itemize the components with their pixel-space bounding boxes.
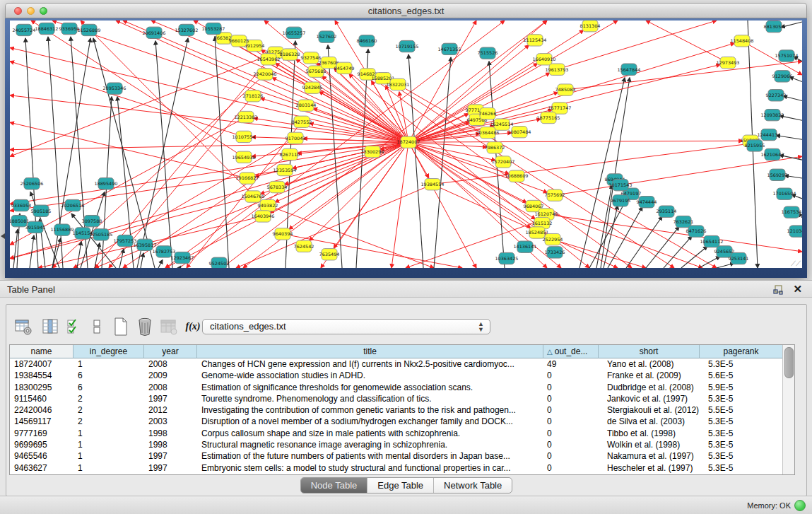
graph-node[interactable]: 1733426 — [545, 247, 565, 258]
graph-node[interactable]: 11526889 — [77, 24, 100, 35]
graph-node[interactable]: 9660125 — [229, 35, 249, 47]
graph-node[interactable]: 9474444 — [637, 197, 657, 208]
graph-node[interactable]: 11548408 — [730, 35, 753, 47]
graph-node[interactable]: 5905185 — [31, 205, 52, 216]
tab-network-table[interactable]: Network Table — [434, 478, 512, 493]
graph-node[interactable]: 9640394 — [273, 228, 293, 240]
table-row[interactable]: 1456911722003Disruption of a novel membe… — [10, 416, 783, 427]
graph-node[interactable]: 746266 — [479, 108, 497, 119]
graph-node[interactable]: 7986372 — [485, 142, 505, 153]
graph-node[interactable]: 20206516 — [61, 199, 84, 211]
select-all-columns-button[interactable] — [64, 316, 84, 337]
column-header-name[interactable]: name — [10, 345, 73, 358]
graph-node[interactable]: 15751074 — [775, 50, 798, 62]
graph-node[interactable]: 25206506 — [20, 178, 43, 189]
function-builder-button[interactable]: f(x) — [183, 316, 203, 337]
graph-node[interactable]: 7575692 — [545, 189, 565, 201]
unselect-columns-button[interactable] — [87, 316, 107, 337]
column-header-year[interactable]: year — [144, 345, 197, 358]
graph-node[interactable]: 2718126 — [243, 90, 264, 102]
citation-graph[interactable]: 1872400789129549127508818632893275461654… — [10, 21, 802, 268]
graph-node[interactable]: 8813054 — [764, 21, 784, 32]
table-row[interactable]: 2242004622012Investigating the contribut… — [10, 404, 783, 416]
graph-node[interactable]: 23300294 — [360, 146, 384, 157]
graph-node[interactable]: 19654938 — [232, 151, 255, 163]
graph-node[interactable]: 8454749 — [334, 62, 355, 74]
column-header-title[interactable]: title — [197, 345, 543, 358]
graph-node[interactable]: 7624542 — [294, 240, 314, 252]
graph-node[interactable]: 9242845 — [302, 82, 323, 93]
graph-node[interactable]: 8466160 — [357, 35, 377, 47]
create-table-button[interactable] — [111, 316, 131, 337]
table-row[interactable]: 946362711997Embryonic stem cells: a mode… — [10, 462, 783, 474]
graph-node[interactable]: 9336950 — [59, 23, 80, 34]
graph-node[interactable]: 8215955 — [745, 140, 765, 151]
node-attribute-table[interactable]: namein_degreeyeartitle△out_de...shortpag… — [9, 344, 795, 475]
vertical-scrollbar[interactable] — [782, 345, 794, 474]
tab-edge-table[interactable]: Edge Table — [367, 478, 434, 493]
graph-node[interactable]: 2522954 — [543, 233, 563, 245]
table-row[interactable]: 1938455462009Genome-wide association stu… — [10, 370, 783, 381]
graph-node[interactable]: 1167534 — [782, 206, 802, 218]
graph-node[interactable]: 24055724 — [12, 24, 35, 35]
graph-node[interactable]: 9253141 — [729, 252, 749, 264]
graph-node[interactable]: 9170043 — [286, 132, 306, 144]
table-row[interactable]: 1830029562008Estimation of significance … — [10, 382, 783, 393]
graph-node[interactable]: 12353594 — [273, 164, 296, 175]
graph-node[interactable]: 16640910 — [532, 54, 555, 65]
table-row[interactable]: 969969511998Structural magnetic resonanc… — [10, 439, 783, 450]
column-header-in_degree[interactable]: in_degree — [73, 345, 144, 358]
network-canvas[interactable]: 1872400789129549127508818632893275461654… — [10, 21, 802, 268]
graph-node[interactable]: 9227343 — [766, 90, 787, 101]
panel-collapse-arrow-icon[interactable] — [1, 233, 5, 239]
graph-node[interactable]: 8131304 — [580, 21, 601, 32]
graph-node[interactable]: 15327602 — [175, 24, 198, 35]
graph-node[interactable]: 8427552 — [292, 116, 312, 127]
graph-node[interactable]: 8186328 — [280, 49, 300, 60]
graph-node[interactable]: 9679195 — [611, 195, 631, 206]
show-column-button[interactable] — [40, 316, 60, 337]
graph-node[interactable]: 16210643 — [760, 148, 784, 160]
graph-node[interactable]: 18846312 — [35, 23, 58, 34]
graph-node[interactable]: 10807484 — [507, 127, 531, 138]
graph-node[interactable]: 1210345 — [787, 226, 802, 237]
memory-status-indicator[interactable] — [794, 500, 806, 511]
graph-node[interactable]: 14671355 — [437, 43, 461, 54]
delete-table-button[interactable] — [135, 316, 155, 337]
table-row[interactable]: 977716911998Corpus callosum shape and si… — [10, 428, 783, 439]
graph-node[interactable]: 1527602 — [317, 31, 337, 42]
graph-node[interactable]: 9493822 — [258, 199, 278, 211]
tab-node-table[interactable]: Node Table — [301, 478, 368, 493]
table-settings-button[interactable] — [13, 316, 33, 337]
column-header-short[interactable]: short — [599, 345, 700, 358]
graph-node[interactable]: 2803144 — [296, 100, 317, 111]
graph-node[interactable]: 7485083 — [555, 84, 576, 95]
graph-node[interactable]: 15720407 — [491, 156, 514, 168]
graph-node[interactable]: 20691406 — [142, 27, 165, 38]
column-header-pagerank[interactable]: pagerank — [700, 345, 783, 358]
graph-node[interactable]: 17016504 — [772, 188, 796, 199]
graph-node[interactable]: 7515526 — [478, 47, 498, 59]
graph-node[interactable]: 9336954 — [11, 199, 32, 211]
graph-node[interactable]: 2935114 — [657, 206, 677, 217]
graph-node[interactable]: 7635494 — [319, 249, 340, 260]
graph-node[interactable]: 11156889 — [50, 224, 73, 235]
graph-node[interactable]: 14136141 — [513, 241, 536, 252]
graph-node[interactable]: 10688609 — [505, 170, 528, 182]
graph-node[interactable]: 1569297 — [767, 169, 788, 180]
graph-node[interactable]: 10719155 — [395, 40, 418, 52]
graph-node[interactable]: 10363425 — [495, 252, 518, 264]
graph-node[interactable]: 9129066 — [772, 71, 793, 82]
close-panel-button[interactable]: ✕ — [793, 283, 802, 296]
graph-node[interactable]: 3915941 — [25, 221, 46, 233]
table-row[interactable]: 946554611997Estimation of the future num… — [10, 450, 783, 462]
graph-node[interactable]: 15647844 — [617, 64, 640, 75]
graph-node[interactable]: 8267110 — [280, 148, 300, 160]
table-row[interactable]: 1872400712008Changes of HCN gene express… — [10, 358, 783, 370]
scrollbar-thumb[interactable] — [784, 347, 794, 378]
graph-node[interactable]: 3097588 — [82, 215, 102, 226]
graph-node[interactable]: 12093822 — [760, 109, 784, 120]
graph-node[interactable]: 5678334 — [267, 181, 288, 192]
table-select-dropdown[interactable]: citations_edges.txt ▲▼ — [202, 319, 490, 334]
graph-node[interactable]: 10107554 — [232, 131, 255, 142]
